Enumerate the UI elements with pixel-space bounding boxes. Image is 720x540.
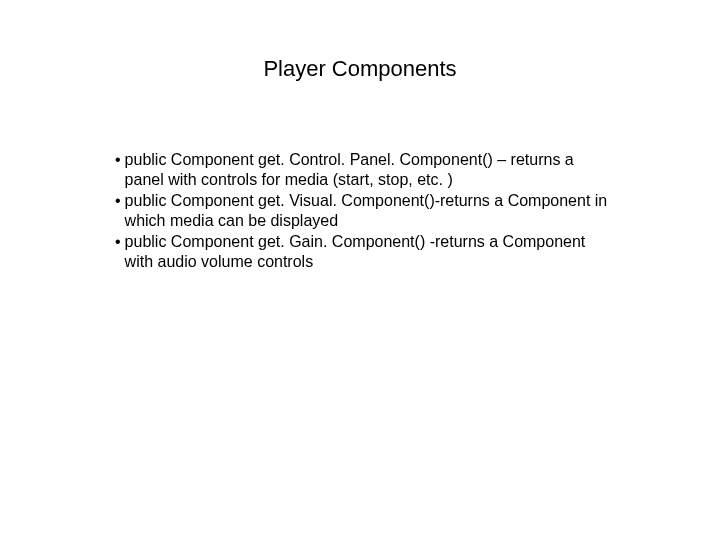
bullet-icon: • [115,150,125,191]
slide-title: Player Components [0,56,720,82]
bullet-icon: • [115,232,125,273]
slide-body: • public Component get. Control. Panel. … [115,150,615,273]
list-item: • public Component get. Visual. Componen… [115,191,615,232]
bullet-text: public Component get. Gain. Component() … [125,232,615,273]
slide: Player Components • public Component get… [0,0,720,540]
bullet-icon: • [115,191,125,232]
list-item: • public Component get. Gain. Component(… [115,232,615,273]
list-item: • public Component get. Control. Panel. … [115,150,615,191]
bullet-text: public Component get. Control. Panel. Co… [125,150,615,191]
bullet-text: public Component get. Visual. Component(… [125,191,615,232]
